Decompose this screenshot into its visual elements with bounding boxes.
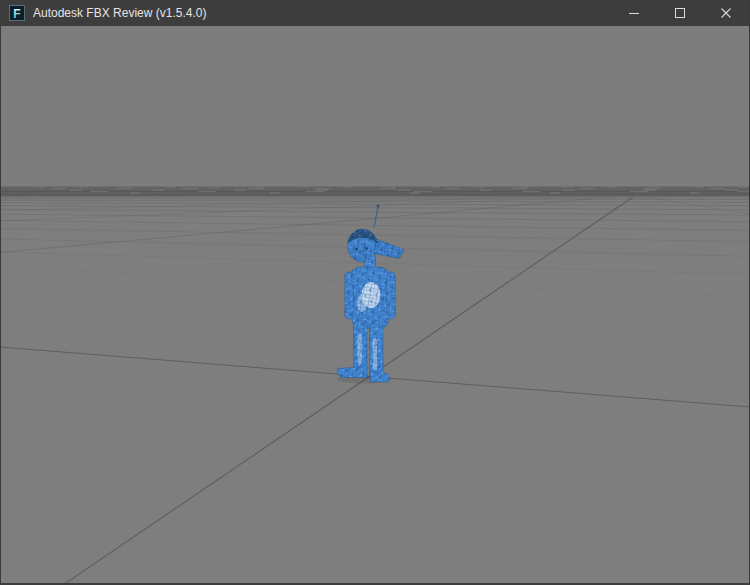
close-button[interactable] — [703, 0, 749, 26]
title-bar[interactable]: F Autodesk FBX Review (v1.5.4.0) — [1, 0, 749, 26]
viewport-3d[interactable] — [1, 26, 749, 583]
maximize-icon — [675, 8, 685, 18]
maximize-button[interactable] — [657, 0, 703, 26]
minimize-icon — [629, 13, 639, 14]
close-icon — [721, 8, 731, 18]
window-title: Autodesk FBX Review (v1.5.4.0) — [33, 6, 206, 20]
minimize-button[interactable] — [611, 0, 657, 26]
svg-text:F: F — [13, 7, 20, 21]
scene-canvas[interactable] — [1, 26, 749, 583]
fbx-app-icon: F — [9, 5, 25, 21]
app-window: F Autodesk FBX Review (v1.5.4.0) — [0, 0, 750, 585]
window-controls — [611, 0, 749, 26]
